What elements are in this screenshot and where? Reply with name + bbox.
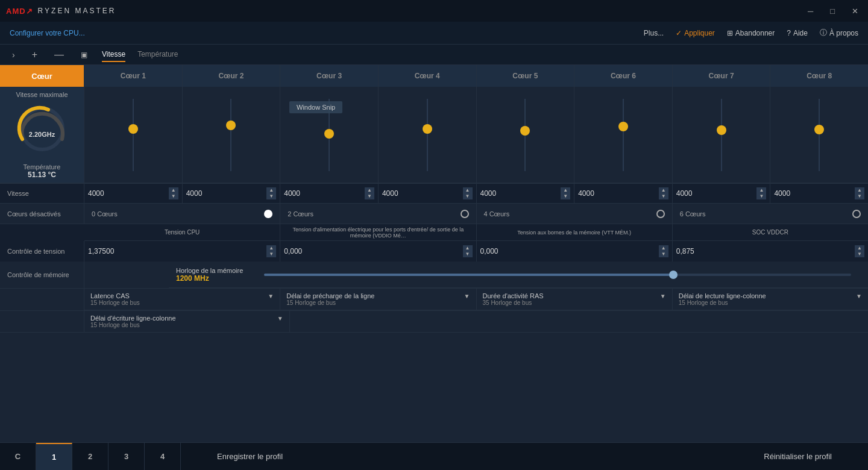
tension-section: Tension CPU Tension d'alimentation élect…	[0, 224, 868, 262]
profile-3-button[interactable]: 3	[108, 443, 145, 470]
slider-handle-7[interactable]	[717, 125, 726, 135]
coeur-tab-5[interactable]: Cœur 5	[477, 65, 575, 87]
profile-c-button[interactable]: C	[0, 443, 36, 470]
speed-spin-7: ▲ ▼	[756, 187, 766, 199]
coeur-tab-1[interactable]: Cœur 1	[84, 65, 183, 87]
memory-precharge-delay: Délai de précharge de la ligne ▼ 15 Horl…	[280, 289, 476, 310]
tension-row: Contrôle de tension ▲ ▼ ▲ ▼ ▲ ▼	[0, 241, 868, 262]
speed-down-4[interactable]: ▼	[463, 193, 473, 199]
nav-remove-button[interactable]: —	[52, 49, 66, 60]
write-delay-dropdown[interactable]: ▼	[277, 315, 283, 322]
coeur-tab-3[interactable]: Cœur 3	[280, 65, 379, 87]
speed-input-3[interactable]	[284, 189, 320, 198]
speed-up-6[interactable]: ▲	[659, 187, 668, 193]
apply-button[interactable]: ✓ Appliquer	[676, 29, 715, 37]
tension-value-vddio[interactable]	[284, 247, 326, 255]
profile-1-button[interactable]: 1	[36, 443, 72, 470]
slider-handle-2[interactable]	[226, 121, 236, 130]
coeur-tab-6[interactable]: Cœur 6	[574, 65, 673, 87]
coeur-main-tab[interactable]: Cœur	[0, 65, 84, 87]
help-button[interactable]: ? Aide	[787, 29, 808, 37]
read-delay-dropdown[interactable]: ▼	[856, 293, 862, 299]
core-radio-4[interactable]	[656, 210, 665, 218]
nav-add-button[interactable]: +	[30, 49, 40, 60]
speed-input-4[interactable]	[382, 189, 418, 198]
tension-value-vtt[interactable]	[480, 247, 523, 255]
coeur-tab-2[interactable]: Cœur 2	[183, 65, 281, 87]
slider-handle-5[interactable]	[520, 126, 530, 136]
slider-track-3	[329, 99, 330, 171]
maximize-button[interactable]: □	[826, 5, 838, 17]
tab-temperature[interactable]: Température	[137, 48, 178, 62]
speed-up-7[interactable]: ▲	[756, 187, 766, 193]
plus-button[interactable]: Plus...	[644, 29, 664, 37]
profile-2-button[interactable]: 2	[72, 443, 108, 470]
tension-label: Contrôle de tension	[0, 241, 84, 262]
tab-vitesse[interactable]: Vitesse	[102, 48, 125, 62]
tension-value-soc[interactable]	[676, 247, 719, 255]
memory-slider[interactable]	[264, 274, 851, 276]
speed-up-4[interactable]: ▲	[463, 187, 473, 193]
speed-input-2[interactable]	[186, 189, 222, 198]
slider-handle-1[interactable]	[128, 124, 138, 134]
nav-back-arrow[interactable]: ›	[10, 48, 17, 62]
about-button[interactable]: ⓘ À propos	[820, 28, 858, 38]
titlebar-right: ─ □ ✕	[804, 5, 862, 17]
speed-input-5[interactable]	[480, 189, 517, 198]
latence-cas-dropdown[interactable]: ▼	[268, 293, 274, 299]
coeur-tab-8[interactable]: Cœur 8	[770, 65, 868, 87]
tension-up-soc[interactable]: ▲	[855, 245, 864, 251]
core-radio-6[interactable]	[852, 210, 861, 218]
tension-down-vddio[interactable]: ▼	[463, 251, 473, 257]
speed-down-3[interactable]: ▼	[365, 193, 374, 199]
tension-up-vddio[interactable]: ▲	[463, 245, 473, 251]
abandon-button[interactable]: ⊞ Abandonner	[727, 29, 775, 37]
ras-dropdown[interactable]: ▼	[660, 293, 666, 299]
speed-up-1[interactable]: ▲	[169, 187, 178, 193]
tension-up-cpu[interactable]: ▲	[266, 245, 276, 251]
tension-header: Tension CPU Tension d'alimentation élect…	[84, 224, 868, 241]
slider-handle-4[interactable]	[423, 124, 432, 134]
memory-slider-thumb[interactable]	[669, 271, 678, 279]
reset-profile-button[interactable]: Réinitialiser le profil	[752, 447, 844, 466]
speed-down-2[interactable]: ▼	[266, 193, 276, 199]
speed-input-7[interactable]	[676, 189, 712, 198]
coeur-tab-4[interactable]: Cœur 4	[379, 65, 477, 87]
speed-up-3[interactable]: ▲	[365, 187, 374, 193]
save-profile-button[interactable]: Enregistrer le profil	[205, 447, 295, 466]
speed-down-8[interactable]: ▼	[855, 193, 864, 199]
tension-up-vtt[interactable]: ▲	[659, 245, 668, 251]
nav-grid-button[interactable]: ▣	[78, 48, 90, 61]
speed-input-cell-4: ▲ ▼	[379, 184, 477, 203]
speed-up-5[interactable]: ▲	[561, 187, 570, 193]
minimize-button[interactable]: ─	[804, 5, 817, 17]
tension-col-soc: SOC VDDCR	[673, 224, 868, 240]
speed-down-1[interactable]: ▼	[169, 193, 178, 199]
tension-down-vtt[interactable]: ▼	[659, 251, 668, 257]
toolbar: Configurer votre CPU... Plus... ✓ Appliq…	[0, 22, 868, 45]
slider-col-3	[280, 87, 379, 183]
speed-down-7[interactable]: ▼	[756, 193, 766, 199]
coeur-tab-7[interactable]: Cœur 7	[673, 65, 771, 87]
speed-input-1[interactable]	[88, 189, 124, 198]
speed-up-8[interactable]: ▲	[855, 187, 864, 193]
speed-down-5[interactable]: ▼	[561, 193, 570, 199]
speed-down-6[interactable]: ▼	[659, 193, 668, 199]
core-radio-0[interactable]	[264, 210, 272, 218]
tension-down-soc[interactable]: ▼	[855, 251, 864, 257]
precharge-dropdown[interactable]: ▼	[464, 293, 470, 299]
core-option-6-label: 6 Cœurs	[680, 210, 706, 218]
core-radio-2[interactable]	[461, 210, 469, 218]
profile-4-button[interactable]: 4	[145, 443, 181, 470]
speed-input-8[interactable]	[774, 189, 810, 198]
tension-value-cpu[interactable]	[88, 247, 130, 255]
slider-handle-8[interactable]	[814, 125, 824, 134]
configure-cpu-link[interactable]: Configurer votre CPU...	[10, 29, 85, 37]
slider-handle-3[interactable]	[324, 129, 334, 139]
speed-input-6[interactable]	[578, 189, 614, 198]
tension-down-cpu[interactable]: ▼	[266, 251, 276, 257]
slider-handle-6[interactable]	[618, 122, 628, 131]
close-button[interactable]: ✕	[848, 5, 862, 17]
memory-ras-duration: Durée d'activité RAS ▼ 35 Horloge de bus	[477, 289, 673, 310]
speed-up-2[interactable]: ▲	[266, 187, 276, 193]
